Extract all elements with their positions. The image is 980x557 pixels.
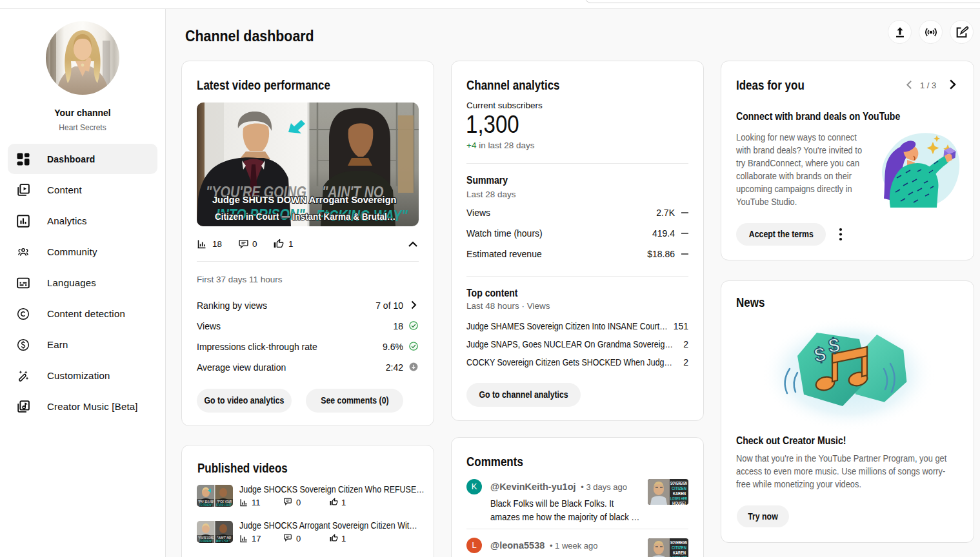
svg-text:$: $: [827, 334, 841, 358]
svg-text:SOVEREIGN: SOVEREIGN: [670, 540, 687, 545]
svg-text:Citizen in Court — Instant Kar: Citizen in Court — Instant Karma & Bruta…: [215, 211, 395, 222]
svg-text:TO PRISON": TO PRISON": [199, 539, 212, 543]
svg-text:WAY F*CK": WAY F*CK": [216, 539, 230, 543]
svg-text:Judge SHUTS DOWN Arrogant Sove: Judge SHUTS DOWN Arrogant Sovereign: [212, 195, 396, 205]
svg-text:KAREN: KAREN: [673, 491, 686, 496]
svg-text:STUPID COURT": STUPID COURT": [216, 503, 232, 507]
svg-text:HOUSE!: HOUSE!: [672, 500, 686, 505]
svg-text:KAREN: KAREN: [673, 550, 686, 556]
svg-text:TO PRISON": TO PRISON": [199, 503, 212, 507]
svg-text:SOVEREIGN: SOVEREIGN: [670, 481, 687, 485]
